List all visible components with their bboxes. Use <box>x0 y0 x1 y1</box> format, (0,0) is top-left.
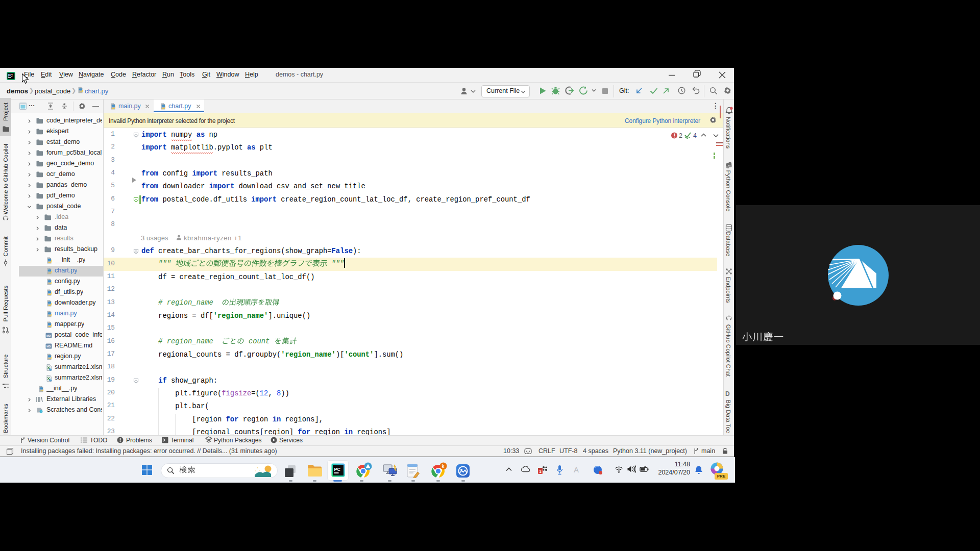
svg-text:PC: PC <box>334 467 341 472</box>
svg-text:MD: MD <box>46 334 51 337</box>
svg-text:?: ? <box>50 378 52 381</box>
svg-text:?: ? <box>50 367 52 370</box>
svg-text:1: 1 <box>539 469 542 474</box>
svg-text:4: 4 <box>693 132 697 139</box>
svg-text:MD: MD <box>46 345 51 348</box>
svg-text:PC: PC <box>8 73 13 77</box>
svg-text:2: 2 <box>679 132 682 139</box>
